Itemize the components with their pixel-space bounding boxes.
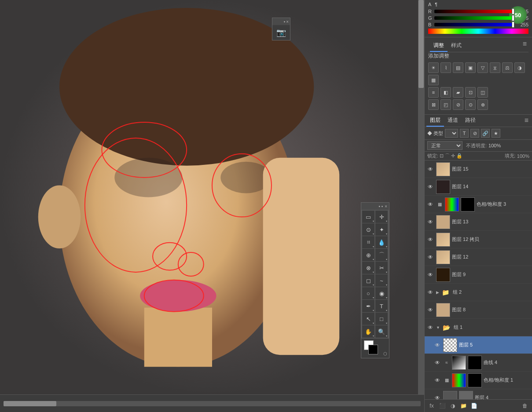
layer-item-5[interactable]: 👁 图层 5 <box>425 336 532 354</box>
canvas-scrollbar-thumb[interactable] <box>418 0 424 88</box>
adj-icon-gradientmap[interactable]: ▰ <box>453 87 463 98</box>
rgb-g-thumb[interactable] <box>512 15 514 21</box>
layer-item-group1[interactable]: 👁 ▼ 📂 组 1 <box>425 319 532 336</box>
footer-icon-group[interactable]: 📁 <box>459 401 468 410</box>
layer-eye-15[interactable]: 👁 <box>426 165 434 173</box>
group1-arrow[interactable]: ▼ <box>436 325 440 330</box>
layer-item-8[interactable]: 👁 图层 8 <box>425 301 532 319</box>
footer-icon-new[interactable]: 📄 <box>470 401 478 410</box>
layer-eye-4[interactable]: 👁 <box>433 394 441 400</box>
tool-zoom[interactable]: 🔍▾ <box>375 325 388 338</box>
tool-hand[interactable]: ✋▾ <box>362 325 374 338</box>
adj-icon-threshold[interactable]: ◧ <box>440 87 451 98</box>
adj-icon-r3-2[interactable]: ◰ <box>440 99 451 110</box>
color-spectrum-bar[interactable] <box>428 29 528 34</box>
tool-shape[interactable]: □▾ <box>375 313 388 325</box>
layers-filter-select[interactable] <box>445 129 458 138</box>
rgb-r-slider[interactable] <box>434 10 514 13</box>
adj-icon-exposure[interactable]: ▣ <box>465 62 476 73</box>
adj-icon-photofilter[interactable]: ▦ <box>428 75 439 85</box>
tool-magic-wand[interactable]: ✦▾ <box>375 223 388 236</box>
layer-eye-8[interactable]: 👁 <box>426 306 434 314</box>
layer-eye-huesat3[interactable]: 👁 <box>426 201 434 208</box>
tool-dodge[interactable]: ○▾ <box>362 287 374 299</box>
tab-paths[interactable]: 路径 <box>462 115 479 127</box>
layer-eye-curves4[interactable]: 👁 <box>433 359 441 367</box>
layer-item-group2[interactable]: 👁 ▶ 📁 组 2 <box>425 284 532 301</box>
rgb-b-slider[interactable] <box>434 23 514 26</box>
adj-icon-posterize[interactable]: ≡ <box>428 87 439 98</box>
group2-arrow[interactable]: ▶ <box>436 290 439 295</box>
tool-eyedropper[interactable]: 💧▾ <box>375 236 388 248</box>
layer-item-12copy[interactable]: 👁 图层 12 拷贝 <box>425 231 532 248</box>
footer-icon-fx[interactable]: fx <box>427 401 436 410</box>
tool-lasso[interactable]: ⊙▾ <box>362 223 374 236</box>
tool-move[interactable]: ✛▾ <box>375 211 388 223</box>
adj-icon-r3-1[interactable]: ⊠ <box>428 99 439 110</box>
tool-smudge[interactable]: ~▾ <box>375 274 388 287</box>
layers-filter-icon-star[interactable]: ★ <box>492 129 500 138</box>
layer-eye-huesat1[interactable]: 👁 <box>433 376 441 384</box>
tab-styles[interactable]: 样式 <box>448 40 465 52</box>
layer-item-9[interactable]: 👁 图层 9 <box>425 266 532 284</box>
canvas-h-scrollbar-thumb[interactable] <box>4 401 56 406</box>
tool-eraser[interactable]: ◻▾ <box>362 274 374 287</box>
layer-eye-12[interactable]: 👁 <box>426 253 434 261</box>
adj-icon-selectivecolor[interactable]: ⊡ <box>465 87 476 98</box>
tool-marquee[interactable]: ▭▾ <box>362 211 374 223</box>
layer-eye-5[interactable]: 👁 <box>433 341 441 349</box>
adj-icon-curves[interactable]: ⌇ <box>440 62 451 73</box>
layer-eye-group1[interactable]: 👁 <box>426 324 434 332</box>
layers-filter-icon-link[interactable]: 🔗 <box>481 129 490 138</box>
tool-crop[interactable]: ⌗▾ <box>362 236 374 248</box>
layer-item-14[interactable]: 👁 图层 14 <box>425 178 532 196</box>
tool-brush[interactable]: ⌒▾ <box>375 249 388 261</box>
footer-icon-delete[interactable]: 🗑 <box>521 401 529 410</box>
layers-list[interactable]: 👁 图层 15 👁 图层 14 👁 ▦ 色相/饱和度 3 👁 <box>425 160 532 399</box>
footer-icon-mask[interactable]: ⬛ <box>438 401 447 410</box>
footer-icon-adjustment[interactable]: ◑ <box>448 401 457 410</box>
lock-icon-brush[interactable]: ⌒ <box>445 153 450 159</box>
tab-layers[interactable]: 图层 <box>426 115 444 127</box>
layer-eye-12copy[interactable]: 👁 <box>426 236 434 244</box>
layers-menu-btn[interactable]: ≡ <box>523 115 530 127</box>
adj-icon-r3-5[interactable]: ⊕ <box>477 99 488 110</box>
layers-filter-icon-lock[interactable]: ⊘ <box>470 129 479 138</box>
bg-color-swatch[interactable] <box>368 345 378 354</box>
canvas-mini-close[interactable]: × <box>286 19 289 24</box>
tool-heal[interactable]: ⊕▾ <box>362 249 374 261</box>
tool-path-select[interactable]: ↖▾ <box>362 313 374 325</box>
lock-icon-all[interactable]: 🔒 <box>456 153 462 159</box>
adjustments-menu-btn[interactable]: ≡ <box>523 40 527 52</box>
layer-eye-14[interactable]: 👁 <box>426 183 434 191</box>
canvas-vertical-scrollbar[interactable] <box>418 0 424 394</box>
adj-icon-r3-4[interactable]: ⊙ <box>465 99 476 110</box>
tool-burn[interactable]: ◉▾ <box>375 287 388 299</box>
canvas-horizontal-scrollbar[interactable] <box>4 401 421 406</box>
layer-item-huesat1[interactable]: 👁 ▦ 色相/饱和度 1 <box>425 372 532 389</box>
layer-eye-13[interactable]: 👁 <box>426 218 434 226</box>
tool-patch[interactable]: ✂▾ <box>375 262 388 274</box>
rgb-b-thumb[interactable] <box>512 22 514 28</box>
layer-item-4[interactable]: 👁 图层 4 <box>425 389 532 399</box>
tab-channels[interactable]: 通道 <box>444 115 462 127</box>
adj-icon-invert[interactable]: ◫ <box>477 87 488 98</box>
layer-item-13[interactable]: 👁 图层 13 <box>425 213 532 231</box>
adj-icon-r3-3[interactable]: ⊘ <box>453 99 463 110</box>
quick-mask-icon[interactable]: ⬡ <box>383 351 387 356</box>
layer-eye-9[interactable]: 👁 <box>426 271 434 279</box>
layer-item-curves4[interactable]: 👁 ≈ 曲线 4 <box>425 354 532 372</box>
adj-icon-hue-sat[interactable]: ⧖ <box>490 62 500 73</box>
adj-icon-brightness[interactable]: ☀ <box>428 62 439 73</box>
adj-icon-levels[interactable]: ▤ <box>453 62 463 73</box>
mini-toolbox-close[interactable]: × <box>385 204 387 209</box>
layer-item-12[interactable]: 👁 图层 12 <box>425 248 532 266</box>
tab-adjustments[interactable]: 调整 <box>430 40 448 52</box>
layer-eye-group2[interactable]: 👁 <box>426 288 434 296</box>
adj-icon-colorbalance[interactable]: ⚖ <box>502 62 513 73</box>
tool-pen[interactable]: ✒▾ <box>362 300 374 312</box>
layer-item-15[interactable]: 👁 图层 15 <box>425 160 532 178</box>
adj-icon-vibrance[interactable]: ▽ <box>477 62 488 73</box>
rgb-g-slider[interactable] <box>434 16 514 20</box>
layers-filter-icon-t[interactable]: T <box>460 129 469 138</box>
